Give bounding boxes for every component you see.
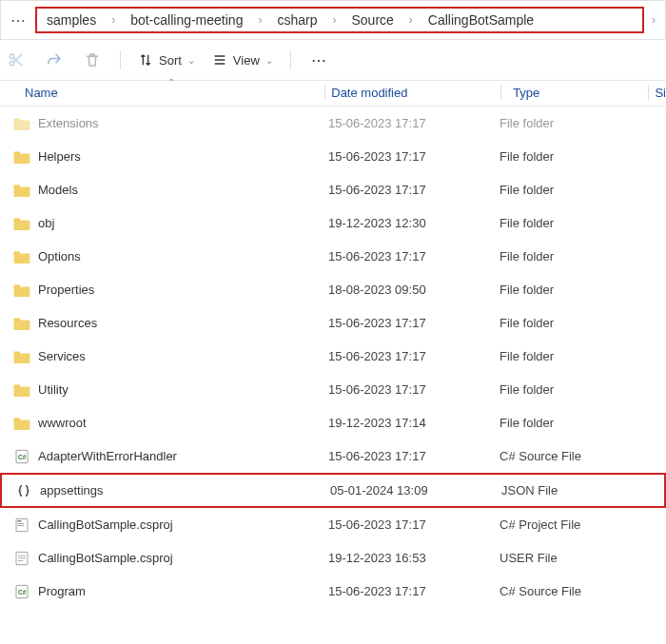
share-icon[interactable] (44, 49, 65, 70)
table-row[interactable]: Utility15-06-2023 17:17File folder (0, 373, 666, 406)
table-row[interactable]: wwwroot19-12-2023 17:14File folder (0, 406, 666, 439)
file-type: File folder (500, 116, 652, 130)
file-type: File folder (500, 416, 652, 430)
svg-rect-3 (14, 120, 30, 130)
file-type: JSON File (501, 483, 654, 498)
view-button[interactable]: View ⌄ (212, 52, 273, 68)
svg-rect-9 (14, 220, 30, 230)
table-row[interactable]: Services15-06-2023 17:17File folder (0, 340, 666, 373)
folder-icon (11, 248, 32, 265)
file-type: File folder (500, 216, 652, 230)
file-date: 15-06-2023 17:17 (328, 249, 500, 263)
svg-rect-15 (14, 320, 30, 330)
file-type: File folder (500, 283, 652, 297)
toolbar-separator (120, 50, 121, 69)
columns-header: Name Date modified Type Si (0, 81, 666, 107)
file-name: CallingBotSample.csproj (38, 551, 328, 565)
file-type: File folder (500, 183, 652, 197)
breadcrumb-item-callingbotsample[interactable]: CallingBotSample (428, 12, 534, 28)
file-type: File folder (500, 149, 652, 164)
table-row[interactable]: Extensions15-06-2023 17:17File folder (0, 107, 666, 140)
file-date: 15-06-2023 17:17 (328, 183, 500, 197)
file-date: 19-12-2023 17:14 (328, 416, 500, 430)
svg-rect-11 (14, 253, 30, 263)
breadcrumb-item-bot-calling-meeting[interactable]: bot-calling-meeting (130, 12, 243, 28)
svg-rect-27 (17, 525, 24, 526)
folder-icon (11, 215, 32, 232)
sort-label: Sort (159, 53, 182, 68)
breadcrumb-more-icon[interactable]: ⋯ (10, 11, 26, 29)
file-type: C# Project File (500, 517, 652, 532)
breadcrumb-item-csharp[interactable]: csharp (277, 12, 317, 28)
table-row[interactable]: CallingBotSample.csproj19-12-2023 16:53U… (0, 541, 666, 575)
file-type: File folder (500, 382, 652, 397)
file-name: Program (38, 584, 328, 598)
file-name: Properties (38, 283, 328, 297)
file-date: 15-06-2023 17:17 (328, 349, 500, 363)
folder-icon (11, 348, 32, 365)
file-type: File folder (500, 349, 652, 363)
toolbar-separator (290, 50, 291, 69)
table-row[interactable]: appsettings05-01-2024 13:09JSON File (0, 473, 666, 508)
breadcrumb-item-source[interactable]: Source (351, 12, 393, 28)
svg-rect-7 (14, 186, 30, 197)
svg-rect-21 (14, 420, 30, 430)
breadcrumb-item-samples[interactable]: samples (47, 12, 96, 28)
file-name: Resources (38, 316, 328, 330)
svg-rect-5 (14, 153, 30, 164)
delete-icon[interactable] (82, 49, 103, 70)
view-label: View (233, 53, 260, 68)
file-date: 05-01-2024 13:09 (330, 483, 501, 498)
file-name: obj (38, 216, 328, 230)
chevron-right-icon: › (111, 13, 115, 27)
user-icon (11, 550, 32, 567)
file-name: CallingBotSample.csproj (38, 517, 328, 532)
table-row[interactable]: Models15-06-2023 17:17File folder (0, 173, 666, 206)
table-row[interactable]: Resources15-06-2023 17:17File folder (0, 306, 666, 340)
sort-button[interactable]: Sort ⌄ (138, 52, 195, 68)
folder-icon (11, 381, 32, 399)
table-row[interactable]: Options15-06-2023 17:17File folder (0, 240, 666, 273)
table-row[interactable]: C#Program15-06-2023 17:17C# Source File (0, 575, 666, 608)
folder-icon (11, 315, 32, 332)
column-type[interactable]: Type (507, 86, 648, 100)
more-options-icon[interactable]: ⋯ (308, 49, 329, 70)
sort-indicator-icon: ⌃ (167, 77, 175, 88)
chevron-right-icon[interactable]: › (652, 13, 656, 27)
svg-rect-19 (14, 386, 30, 397)
table-row[interactable]: Helpers15-06-2023 17:17File folder (0, 140, 666, 173)
cut-icon[interactable] (6, 49, 27, 70)
table-row[interactable]: C#AdapterWithErrorHandler15-06-2023 17:1… (0, 439, 666, 473)
file-date: 15-06-2023 17:17 (328, 316, 500, 330)
svg-rect-17 (14, 353, 30, 363)
file-type: USER File (500, 551, 652, 565)
svg-rect-29 (18, 555, 26, 556)
file-name: Utility (38, 382, 328, 397)
chevron-down-icon: ⌄ (265, 55, 273, 66)
folder-icon (11, 115, 32, 132)
column-name[interactable]: Name (0, 86, 324, 100)
file-name: Options (38, 249, 328, 263)
file-name: Extensions (38, 116, 328, 130)
table-row[interactable]: CallingBotSample.csproj15-06-2023 17:17C… (0, 508, 666, 541)
svg-rect-26 (17, 523, 24, 524)
file-date: 15-06-2023 17:17 (328, 449, 500, 463)
cs-icon: C# (11, 448, 32, 465)
svg-rect-13 (14, 286, 30, 297)
file-date: 18-08-2023 09:50 (328, 283, 500, 297)
file-name: Helpers (38, 149, 328, 164)
table-row[interactable]: Properties18-08-2023 09:50File folder (0, 273, 666, 306)
json-icon (13, 482, 34, 499)
svg-rect-25 (17, 520, 21, 521)
table-row[interactable]: obj19-12-2023 12:30File folder (0, 206, 666, 240)
file-name: Services (38, 349, 328, 363)
file-type: File folder (500, 316, 652, 330)
column-date[interactable]: Date modified (331, 86, 500, 100)
csproj-icon (11, 517, 32, 534)
file-date: 15-06-2023 17:17 (328, 149, 500, 164)
folder-icon (11, 148, 32, 166)
sort-icon (138, 52, 153, 68)
column-size[interactable]: Si (655, 86, 666, 100)
file-type: C# Source File (500, 584, 652, 598)
folder-icon (11, 415, 32, 432)
